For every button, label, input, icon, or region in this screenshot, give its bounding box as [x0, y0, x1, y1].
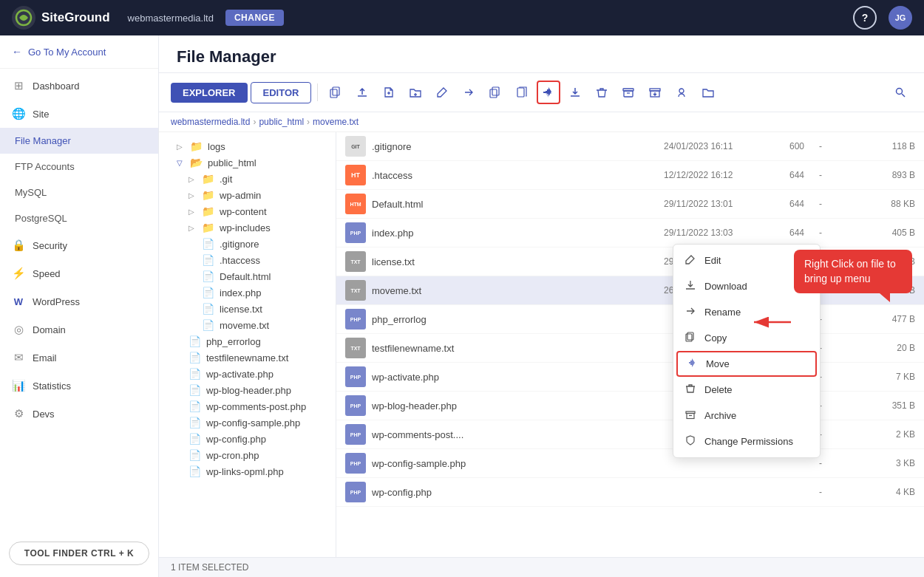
sidebar-label-ftp: FTP Accounts: [15, 161, 75, 172]
new-folder2-button[interactable]: [696, 81, 720, 104]
copy-path-button[interactable]: [324, 81, 347, 104]
sidebar-item-file-manager[interactable]: File Manager: [0, 128, 158, 154]
main-content: File Manager EXPLORER EDITOR: [159, 35, 924, 577]
table-row[interactable]: GIT .gitignore 24/01/2023 16:11 600 - 11…: [336, 132, 924, 161]
tool-finder-button[interactable]: TOOL FINDER CTRL + K: [9, 542, 149, 565]
sidebar-item-wordpress[interactable]: W WordPress: [0, 287, 158, 315]
tab-editor[interactable]: EDITOR: [251, 82, 312, 103]
new-folder-button[interactable]: [404, 81, 427, 104]
breadcrumb-root[interactable]: webmastermedia.ltd: [171, 117, 250, 127]
file-owner: -: [819, 400, 863, 411]
sidebar-item-site[interactable]: 🌐 Site: [0, 100, 158, 128]
help-button[interactable]: ?: [853, 6, 877, 30]
tree-item-logs[interactable]: ▷ 📁 logs: [159, 138, 336, 154]
delete-button[interactable]: [590, 81, 614, 104]
table-row[interactable]: PHP index.php 29/11/2022 13:03 644 - 405…: [336, 219, 924, 247]
file-name: .htaccess: [372, 170, 664, 181]
file-size: 405 B: [863, 228, 915, 238]
permissions-button[interactable]: [670, 81, 693, 104]
extract-button[interactable]: [643, 81, 667, 104]
breadcrumb-public-html[interactable]: public_html: [259, 117, 304, 127]
sidebar-item-dashboard[interactable]: ⊞ Dashboard: [0, 72, 158, 100]
svg-rect-9: [490, 89, 497, 98]
tree-item-t-moveme[interactable]: 📄 moveme.txt: [159, 317, 336, 333]
sidebar-label-file-manager: File Manager: [15, 135, 71, 146]
tree-item-wp-includes[interactable]: ▷ 📁 wp-includes: [159, 219, 336, 236]
file-date: 12/12/2022 16:12: [664, 170, 775, 180]
sidebar-item-statistics[interactable]: 📊 Statistics: [0, 372, 158, 400]
table-row[interactable]: PHP wp-blog-header.php - 351 B: [336, 392, 924, 420]
file-icon-t-wpcron: 📄: [188, 449, 201, 461]
table-row[interactable]: PHP php_errorlog - 477 B: [336, 305, 924, 334]
context-menu-item-permissions[interactable]: Change Permissions: [673, 429, 820, 454]
breadcrumb-file[interactable]: moveme.txt: [313, 117, 359, 127]
context-menu-item-rename[interactable]: Rename: [673, 299, 820, 325]
edit-menu-label: Edit: [704, 255, 721, 266]
table-row[interactable]: TXT testfilenewname.txt - 20 B: [336, 334, 924, 363]
file-type-icon: GIT: [345, 136, 366, 157]
search-button[interactable]: [889, 81, 912, 104]
context-menu-item-move[interactable]: Move: [676, 351, 817, 377]
tree-item-public-html[interactable]: ▽ 📂 public_html: [159, 154, 336, 171]
file-name: wp-blog-header.php: [372, 400, 664, 412]
tree-label-wp-admin: wp-admin: [220, 190, 261, 201]
table-row[interactable]: PHP wp-config-sample.php - 3 KB: [336, 449, 924, 478]
tree-item-wp-admin[interactable]: ▷ 📁 wp-admin: [159, 187, 336, 203]
sidebar-item-postgresql[interactable]: PostgreSQL: [0, 205, 158, 231]
archive-menu-label: Archive: [704, 410, 736, 421]
topbar-domain: webmastermedia.ltd: [128, 13, 214, 24]
download-button[interactable]: [563, 81, 587, 104]
tree-item-t-wpconfig[interactable]: 📄 wp-config.php: [159, 431, 336, 447]
upload-button[interactable]: [350, 81, 374, 104]
file-icon-t-wpconfigsample: 📄: [188, 417, 201, 429]
file-permissions: 644: [775, 228, 819, 238]
delete-menu-icon: [685, 383, 697, 396]
sidebar-item-mysql[interactable]: MySQL: [0, 180, 158, 205]
sidebar-item-domain[interactable]: ◎ Domain: [0, 315, 158, 344]
copy-button[interactable]: [510, 81, 534, 104]
tree-item-t-license[interactable]: 📄 license.txt: [159, 301, 336, 317]
back-to-account[interactable]: ← Go To My Account: [0, 35, 158, 69]
sidebar-item-speed[interactable]: ⚡ Speed: [0, 259, 158, 287]
tree-item-wp-content[interactable]: ▷ 📁 wp-content: [159, 203, 336, 219]
file-icon-t-default: 📄: [202, 270, 214, 282]
duplicate-button[interactable]: [483, 81, 507, 104]
table-row[interactable]: HTM Default.html 29/11/2022 13:01 644 - …: [336, 190, 924, 219]
sidebar-item-devs[interactable]: ⚙ Devs: [0, 400, 158, 428]
table-row[interactable]: HT .htaccess 12/12/2022 16:12 644 - 893 …: [336, 161, 924, 190]
tree-label-t-default: Default.html: [220, 271, 271, 282]
tree-item-t-wpcron[interactable]: 📄 wp-cron.php: [159, 447, 336, 463]
tree-item-t-wpactivate[interactable]: 📄 wp-activate.php: [159, 366, 336, 382]
table-row[interactable]: PHP wp-comments-post.... - 2 KB: [336, 420, 924, 449]
rename-button[interactable]: [457, 81, 480, 104]
change-button[interactable]: CHANGE: [225, 10, 284, 26]
tree-item-t-htaccess[interactable]: 📄 .htaccess: [159, 252, 336, 268]
new-file-button[interactable]: [377, 81, 401, 104]
file-type-icon: TXT: [345, 338, 366, 358]
context-menu-item-archive[interactable]: Archive: [673, 403, 820, 429]
tree-item-t-phperrorlog[interactable]: 📄 php_errorlog: [159, 333, 336, 349]
tree-item-t-wpblog[interactable]: 📄 wp-blog-header.php: [159, 382, 336, 398]
table-row[interactable]: PHP wp-activate.php - 7 KB: [336, 363, 924, 392]
status-bar: 1 ITEM SELECTED: [159, 557, 924, 577]
tool-finder[interactable]: TOOL FINDER CTRL + K: [9, 542, 149, 565]
move-button[interactable]: [537, 81, 560, 104]
tree-item-t-testfile[interactable]: 📄 testfilenewname.txt: [159, 349, 336, 366]
tree-item-git[interactable]: ▷ 📁 .git: [159, 171, 336, 187]
tree-item-t-default[interactable]: 📄 Default.html: [159, 268, 336, 284]
context-menu-item-copy[interactable]: Copy: [673, 325, 820, 351]
edit-file-button[interactable]: [430, 81, 454, 104]
tree-item-t-wpcomments[interactable]: 📄 wp-comments-post.php: [159, 398, 336, 414]
sidebar-item-email[interactable]: ✉ Email: [0, 344, 158, 372]
sidebar-item-ftp[interactable]: FTP Accounts: [0, 154, 158, 180]
tree-item-t-wpconfigsample[interactable]: 📄 wp-config-sample.php: [159, 414, 336, 431]
sidebar-item-security[interactable]: 🔒 Security: [0, 231, 158, 259]
archive-button[interactable]: [616, 81, 640, 104]
tree-item-t-gitignore[interactable]: 📄 .gitignore: [159, 236, 336, 252]
context-menu-item-delete[interactable]: Delete: [673, 377, 820, 403]
tree-item-t-wplinks[interactable]: 📄 wp-links-opml.php: [159, 463, 336, 479]
tree-item-t-index[interactable]: 📄 index.php: [159, 284, 336, 301]
table-row[interactable]: PHP wp-config.php - 4 KB: [336, 478, 924, 507]
tab-explorer[interactable]: EXPLORER: [171, 83, 248, 103]
user-avatar[interactable]: JG: [889, 6, 912, 30]
